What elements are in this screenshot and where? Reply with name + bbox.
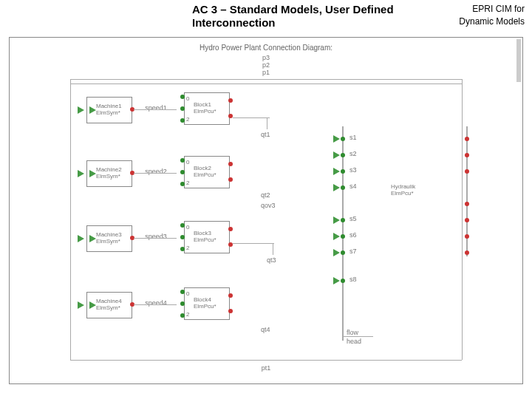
arrow-icon: [89, 106, 96, 114]
machine-4-label: Machine4: [96, 298, 122, 304]
port-icon: [228, 293, 233, 298]
arrow-icon: [333, 249, 340, 256]
block-3-sub: ElmPcu*: [194, 236, 216, 243]
port-icon: [180, 290, 185, 294]
port-icon: [180, 247, 185, 251]
arrow-icon: [333, 151, 340, 159]
hydraulic-block: Hydraulik ElmPcu*: [391, 184, 415, 197]
s1: s1: [349, 134, 357, 141]
label-qt3: qt3: [267, 256, 276, 264]
arrow-icon: [333, 168, 340, 175]
machine-1-sub: ElmSym*: [96, 109, 120, 116]
arrow-icon: [333, 135, 340, 143]
arrow-icon: [78, 235, 84, 242]
diagram-frame: Hydro Power Plant Connection Diagram: p3…: [9, 37, 523, 384]
header: AC 3 – Standard Models, User Defined EPR…: [192, 3, 525, 16]
machine-2-sub: ElmSym*: [96, 173, 120, 180]
s7: s7: [349, 248, 357, 255]
speed3: speed3: [141, 233, 171, 240]
block-2-sub: ElmPcu*: [194, 171, 216, 178]
port-icon: [180, 106, 185, 111]
port-icon: [180, 95, 185, 99]
machine-2-label: Machine2: [96, 166, 122, 173]
block-1: 02 Block1ElmPcu*: [184, 92, 230, 125]
port-icon: [228, 98, 233, 103]
label-qt1: qt1: [261, 131, 270, 138]
port-icon: [180, 182, 185, 186]
label-head: head: [347, 338, 361, 345]
arrow-icon: [78, 106, 84, 114]
port-icon: [228, 177, 233, 182]
port-icon: [180, 301, 185, 306]
diagram-title: Hydro Power Plant Connection Diagram:: [10, 44, 522, 52]
port-icon: [180, 118, 185, 123]
label-qt4: qt4: [261, 326, 270, 333]
label-qt2: qt2: [261, 191, 270, 199]
port-icon: [180, 223, 185, 228]
speed4: speed4: [141, 299, 171, 307]
s2: s2: [349, 150, 357, 157]
label-p3: p3: [10, 54, 522, 61]
block-3: 02 Block3ElmPcu*: [184, 221, 230, 253]
port-icon: [180, 158, 185, 163]
s5: s5: [349, 215, 357, 222]
machine-3-label: Machine3: [96, 231, 122, 238]
block-1-label: Block1: [194, 101, 211, 108]
s6: s6: [349, 231, 357, 239]
block-4: 02 Block4ElmPcu*: [184, 287, 230, 320]
machine-1-label: Machine1: [96, 103, 122, 109]
arrow-icon: [333, 216, 340, 224]
block-1-sub: ElmPcu*: [194, 108, 216, 115]
block-4-label: Block4: [194, 296, 211, 303]
speed1: speed1: [141, 104, 171, 112]
s4: s4: [349, 183, 357, 190]
port-icon: [228, 227, 233, 231]
port-icon: [180, 313, 185, 318]
block-4-sub: ElmPcu*: [194, 303, 216, 310]
label-p2: p2: [10, 61, 522, 69]
block-2-label: Block2: [194, 165, 211, 171]
label-qov3: qov3: [261, 202, 276, 209]
signal-bus-left: [342, 126, 344, 341]
title-epri: EPRI CIM for: [472, 4, 525, 14]
label-flow: flow: [347, 329, 358, 336]
speed2: speed2: [141, 168, 171, 175]
label-p1: p1: [10, 69, 522, 76]
arrow-icon: [78, 170, 84, 177]
arrow-icon: [89, 170, 96, 177]
machine-3-sub: ElmSym*: [96, 238, 120, 245]
label-pt1: pt1: [10, 364, 522, 372]
port-icon: [180, 170, 185, 174]
block-3-label: Block3: [194, 230, 211, 236]
machine-4-sub: ElmSym*: [96, 304, 120, 311]
title-epri2: Dynamic Models: [459, 16, 525, 27]
arrow-icon: [89, 235, 96, 242]
port-icon: [180, 235, 185, 239]
title-main: AC 3 – Standard Models, User Defined: [192, 3, 394, 16]
s3: s3: [349, 166, 357, 174]
arrow-icon: [78, 301, 84, 309]
block-2: 02 Block2ElmPcu*: [184, 156, 230, 188]
s8: s8: [349, 276, 357, 283]
hydraulic-label: Hydraulik: [391, 183, 415, 190]
arrow-icon: [333, 233, 340, 240]
port-icon: [228, 162, 233, 166]
arrow-icon: [89, 301, 96, 309]
arrow-icon: [333, 277, 340, 284]
title-sub: Interconnection: [192, 16, 276, 29]
arrow-icon: [333, 184, 340, 191]
hydraulic-sub: ElmPcu*: [391, 190, 414, 197]
port-icon: [228, 309, 233, 313]
